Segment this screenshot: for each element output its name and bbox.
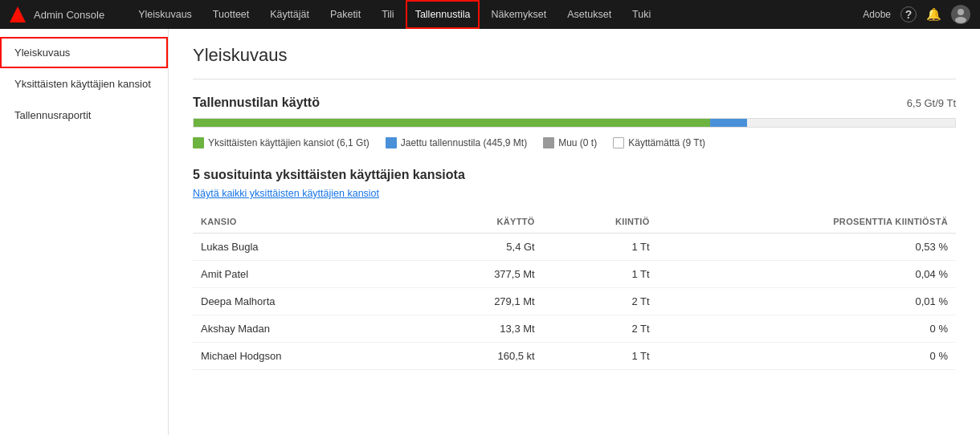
view-all-folders-link[interactable]: Näytä kaikki yksittäisten käyttäjien kan… (193, 188, 379, 199)
cell-quota-0: 1 Tt (543, 234, 658, 261)
nav-item-paketit[interactable]: Paketit (321, 0, 370, 29)
table-row: Amit Patel 377,5 Mt 1 Tt 0,04 % (193, 261, 956, 288)
cell-quota-1: 1 Tt (543, 261, 658, 288)
cell-usage-2: 279,1 Mt (414, 288, 543, 315)
nav-item-nakemykset[interactable]: Näkemykset (481, 0, 556, 29)
nav-item-yleiskuvaus[interactable]: Yleiskuvaus (129, 0, 202, 29)
legend-item-empty: Käyttämättä (9 Tt) (613, 137, 705, 148)
divider (193, 79, 956, 79)
cell-usage-1: 377,5 Mt (414, 261, 543, 288)
cell-name-4: Michael Hodgson (193, 343, 414, 370)
folders-table: KANSIO KÄYTTÖ KIINTIÖ PROSENTTIA KIINTIÖ… (193, 210, 956, 370)
nav-item-tuki[interactable]: Tuki (623, 0, 660, 29)
col-header-kansio: KANSIO (193, 210, 414, 234)
legend-color-blue (386, 137, 397, 148)
adobe-logo-icon (10, 6, 26, 22)
col-header-kiintio: KIINTIÖ (543, 210, 658, 234)
cell-quota-3: 2 Tt (543, 315, 658, 343)
nav-item-kayttajat[interactable]: Käyttäjät (260, 0, 319, 29)
avatar[interactable] (951, 5, 970, 24)
col-header-kaytto: KÄYTTÖ (414, 210, 543, 234)
cell-name-1: Amit Patel (193, 261, 414, 288)
svg-marker-0 (10, 6, 26, 22)
table-body: Lukas Bugla 5,4 Gt 1 Tt 0,53 % Amit Pate… (193, 234, 956, 370)
cell-name-2: Deepa Malhorta (193, 288, 414, 315)
cell-name-0: Lukas Bugla (193, 234, 414, 261)
cell-usage-3: 13,3 Mt (414, 315, 543, 343)
legend-color-empty (613, 137, 624, 148)
storage-title: Tallennustilan käyttö (193, 96, 320, 110)
table-row: Lukas Bugla 5,4 Gt 1 Tt 0,53 % (193, 234, 956, 261)
sidebar-item-yksittaisten[interactable]: Yksittäisten käyttäjien kansiot (0, 68, 168, 100)
legend-item-gray: Muu (0 t) (543, 137, 597, 148)
sidebar-item-yleiskuvaus[interactable]: Yleiskuvaus (0, 37, 168, 68)
legend-item-green: Yksittäisten käyttäjien kansiot (6,1 Gt) (193, 137, 370, 148)
col-header-prosenttia: PROSENTTIA KIINTIÖSTÄ (658, 210, 956, 234)
legend-label-empty: Käyttämättä (9 Tt) (628, 137, 705, 148)
table-row: Michael Hodgson 160,5 kt 1 Tt 0 % (193, 343, 956, 370)
cell-quota-2: 2 Tt (543, 288, 658, 315)
progress-segment-blue (710, 119, 747, 127)
legend-color-gray (543, 137, 554, 148)
nav-item-asetukset[interactable]: Asetukset (557, 0, 621, 29)
sidebar-item-tallennusraportit[interactable]: Tallennusraportit (0, 100, 168, 131)
legend-label-green: Yksittäisten käyttäjien kansiot (6,1 Gt) (208, 137, 370, 148)
storage-legend: Yksittäisten käyttäjien kansiot (6,1 Gt)… (193, 137, 956, 148)
svg-point-2 (955, 17, 966, 23)
cell-usage-4: 160,5 kt (414, 343, 543, 370)
table-header-row: KANSIO KÄYTTÖ KIINTIÖ PROSENTTIA KIINTIÖ… (193, 210, 956, 234)
main-content: Yleiskuvaus Tallennustilan käyttö 6,5 Gt… (169, 29, 980, 435)
table-row: Akshay Madan 13,3 Mt 2 Tt 0 % (193, 315, 956, 343)
page-title: Yleiskuvaus (193, 45, 956, 66)
cell-percent-4: 0 % (658, 343, 956, 370)
svg-point-1 (958, 9, 964, 15)
nav-item-tuotteet[interactable]: Tuotteet (203, 0, 259, 29)
nav-item-tili[interactable]: Tili (372, 0, 404, 29)
cell-name-3: Akshay Madan (193, 315, 414, 343)
progress-segment-green (194, 119, 710, 127)
cell-quota-4: 1 Tt (543, 343, 658, 370)
storage-summary: 6,5 Gt/9 Tt (907, 97, 956, 109)
legend-label-gray: Muu (0 t) (558, 137, 597, 148)
top-navigation: Admin Console Yleiskuvaus Tuotteet Käytt… (0, 0, 980, 29)
legend-label-blue: Jaettu tallennustila (445,9 Mt) (401, 137, 527, 148)
cell-usage-0: 5,4 Gt (414, 234, 543, 261)
page-layout: Yleiskuvaus Yksittäisten käyttäjien kans… (0, 29, 980, 435)
storage-progress-bar (193, 118, 956, 128)
table-header: KANSIO KÄYTTÖ KIINTIÖ PROSENTTIA KIINTIÖ… (193, 210, 956, 234)
sidebar: Yleiskuvaus Yksittäisten käyttäjien kans… (0, 29, 169, 435)
nav-right-actions: Adobe ? 🔔 (863, 5, 970, 24)
storage-header: Tallennustilan käyttö 6,5 Gt/9 Tt (193, 96, 956, 110)
brand-name: Adobe (863, 9, 891, 20)
cell-percent-2: 0,01 % (658, 288, 956, 315)
cell-percent-0: 0,53 % (658, 234, 956, 261)
top-folders-title: 5 suosituinta yksittäisten käyttäjien ka… (193, 168, 956, 182)
legend-item-blue: Jaettu tallennustila (445,9 Mt) (386, 137, 527, 148)
app-title: Admin Console (34, 9, 104, 21)
nav-item-tallennustila[interactable]: Tallennustila (406, 0, 480, 29)
help-icon[interactable]: ? (900, 6, 917, 22)
notifications-icon[interactable]: 🔔 (926, 7, 941, 22)
cell-percent-1: 0,04 % (658, 261, 956, 288)
table-row: Deepa Malhorta 279,1 Mt 2 Tt 0,01 % (193, 288, 956, 315)
legend-color-green (193, 137, 204, 148)
main-nav-items: Yleiskuvaus Tuotteet Käyttäjät Paketit T… (129, 0, 863, 29)
cell-percent-3: 0 % (658, 315, 956, 343)
